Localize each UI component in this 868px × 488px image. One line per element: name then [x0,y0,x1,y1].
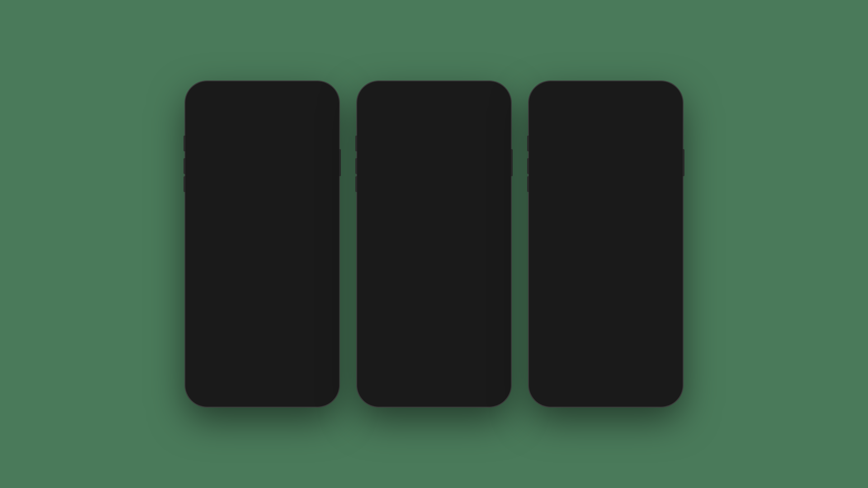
story-header-2: 😊 29. Mai ··· ✕ [363,112,505,128]
tiktok-link-icon: 🔗 [240,263,249,271]
nav-highlight-1[interactable]: ♡ Highlight [276,369,302,385]
add-to-production-link[interactable]: Zu Produktion hinzugefügt > [564,122,626,127]
close-btn-2[interactable]: ✕ [491,114,499,126]
story-header-1: M M. Moz... ✕ [191,112,334,128]
copy-icon-2[interactable]: ⧉ [468,380,474,390]
story-thumbnails [539,371,580,383]
own-story-info-3: Deine Story 23 Std. Zu Produktion hinzug… [564,115,658,127]
nav-more-1[interactable]: ··· Mehr [302,369,329,385]
create-icon-3: + [605,369,610,378]
location-tag[interactable]: 📍 Zimmermann Ideen aus Naturstein [543,311,642,320]
home-indicator-1 [240,396,285,398]
phone-2-background [363,87,505,401]
nav-activity-1[interactable]: 👁 Aktivität [195,369,222,385]
dynamic-island-1 [240,91,285,104]
nav-highlight-3[interactable]: ♥ Highlight [637,369,655,385]
more-label-3: Mehr [659,380,669,385]
tiktok-badge[interactable]: 🔗 TIKTOK [231,258,293,275]
wifi-icon-1: 📶 [304,99,311,106]
nav-promote-3[interactable]: ↗ Bewerben [617,369,637,385]
muffin-caption: Kleine Stärkung von der Nachbarin unsere… [385,307,467,344]
highlight-icon-1: ♡ [285,369,293,378]
status-icons-3: 📶 [637,99,668,106]
wood-piece [534,259,677,282]
dynamic-island-3 [583,91,628,104]
highlight-icon-3: ♥ [643,369,648,378]
nav-create-1[interactable]: + Erstellen [222,369,249,385]
more-icon-1: ··· [312,369,320,378]
signal-icon-1 [293,100,302,104]
phone-2-screen: 13:14 5G ⚡ 😊 [363,87,505,401]
activity-label-3: Aktivität [581,380,597,385]
story-header-3: 🪨 Deine Story 23 Std. Zu Produktion hinz… [534,112,677,130]
create-label-1: Erstellen [226,380,244,385]
signal-icon-2 [458,100,466,105]
more-icon-3: ··· [660,369,668,378]
avatar-2: 😊 [369,112,386,128]
nav-promote-1[interactable]: ↗ Bewerben [249,369,275,385]
avatar-1: M [198,112,214,128]
thumb-2[interactable] [553,371,566,383]
nav-activity-3[interactable]: 👁 Aktivität [580,369,599,385]
message-bar-2: 💬 Nachricht senden ⧉ ♡ ➤ [367,377,501,392]
time-1: 14:40 [200,98,217,106]
promote-icon-3: ↗ [623,369,631,378]
own-story-name-3: Deine Story 23 Std. [564,115,658,122]
own-avatar-3: 🪨 [541,112,559,130]
highlight-label-1: Highlight [280,380,298,385]
user-info-2: 29. Mai [389,117,476,123]
activity-icon-3: 👁 [585,369,594,378]
promote-label-1: Bewerben [252,380,272,385]
location-text: Zimmermann Ideen aus Naturstein [556,312,637,319]
tiktok-label: TIKTOK [252,262,285,272]
nav-more-3[interactable]: ··· Mehr [655,369,673,385]
phone-3-screen: 15:43 📶 🪨 [534,87,677,401]
heart-icon-2[interactable]: ♡ [480,380,488,390]
home-indicator-2 [411,396,457,398]
location-icon: 📍 [548,312,554,319]
wifi-icon-3: 📶 [647,99,655,106]
home-indicator-3 [583,396,628,398]
time-2: 13:14 [372,98,389,106]
thumb-3[interactable] [568,371,580,383]
werkstatt-text: Grüße aus der Werkstatt ⛏️ 📍 Zimmermann … [543,295,674,320]
bottom-nav-1: 👁 Aktivität + Erstellen ↗ Bewerben ♡ Hig… [191,361,334,401]
message-actions-2: ⧉ ♡ ➤ [468,380,501,390]
send-icon-2[interactable]: ➤ [493,380,501,390]
more-dots-2[interactable]: ··· [479,115,487,125]
nav-create-3[interactable]: + Erstellen [599,369,617,385]
promote-icon-1: ↗ [259,369,266,378]
highlight-label-3: Highlight [637,380,655,385]
phone-2: 13:14 5G ⚡ 😊 [357,81,511,407]
activity-icon-1: 👁 [204,369,213,378]
battery-1 [314,99,325,105]
battery-3 [657,99,668,105]
phone-1-background [191,87,334,363]
status-icons-2: 5G ⚡ [458,99,496,106]
close-btn-1[interactable]: ✕ [319,114,327,126]
status-icons-1: 📶 [293,99,325,106]
time-3: 15:43 [543,98,561,106]
user-info-1: M. Moz... [217,117,315,123]
message-input-2[interactable]: Nachricht senden [385,377,462,392]
angel-sticker: 👼 Du bistwertvoll [389,251,415,284]
close-btn-3[interactable]: ✕ [662,115,670,127]
own-story-sub-3[interactable]: Zu Produktion hinzugefügt > [564,122,658,127]
saw-graphic [609,142,663,196]
more-label-1: Mehr [311,380,321,385]
promote-label-3: Bewerben [617,380,637,385]
phone-1: 14:40 📶 M [185,81,339,407]
story-date-2: 29. Mai [389,117,476,123]
dynamic-island-2 [411,91,457,104]
comment-icon-2[interactable]: 💬 [367,379,379,391]
signal-icon-3 [637,100,645,104]
phone-3: 15:43 📶 🪨 [529,81,683,407]
thumb-1[interactable] [539,371,552,383]
network-badge: 5G [468,99,476,106]
create-label-3: Erstellen [599,380,616,385]
battery-2 [478,100,489,105]
create-icon-1: + [233,369,238,378]
story-caption-1: Habt ihr schon unser neues Video gesehen… [191,336,334,356]
username-1: M. Moz... [217,117,315,123]
charge-icon: ⚡ [491,100,496,105]
